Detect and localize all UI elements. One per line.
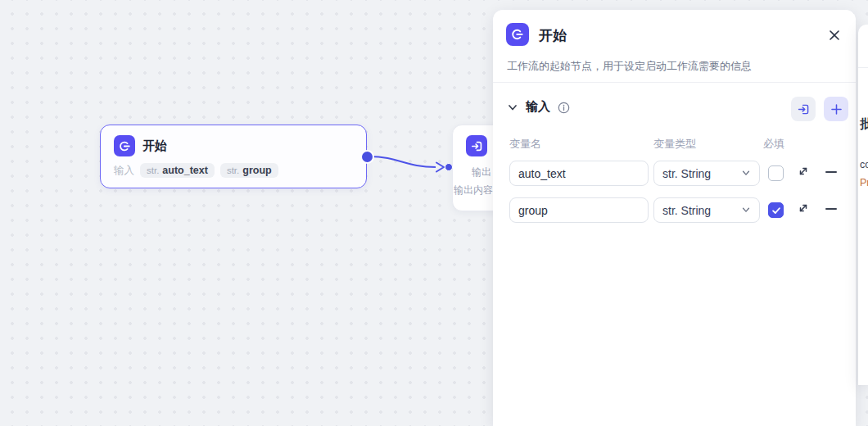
variable-name-input[interactable] [509,161,649,186]
output-node-field-label: 输出 [472,165,491,179]
clipped-text: co [860,159,868,170]
required-checkbox[interactable] [768,165,784,181]
close-icon[interactable] [826,27,843,43]
output-node-field-label: 输出内容 [454,184,493,197]
batch-import-button[interactable] [791,97,816,121]
panel-title: 开始 [539,25,567,48]
variable-name-input[interactable] [509,197,649,223]
add-variable-button[interactable] [824,97,848,121]
start-node-title: 开始 [142,138,167,154]
start-node[interactable]: 开始 输入 str.auto_text str.group [100,125,367,188]
remove-variable-icon[interactable] [825,202,839,216]
variable-tag: str.group [220,163,278,178]
variable-type-select[interactable]: str. String [653,197,760,223]
expand-icon[interactable] [797,202,811,216]
required-checkbox[interactable] [768,202,784,218]
clipped-text: Pr [860,177,868,188]
output-node-input-port[interactable] [445,163,453,171]
column-required: 必填 [763,137,784,152]
input-section-title: 输入 [526,99,550,115]
clipped-text: 批 [860,116,868,132]
chevron-down-icon [741,167,751,180]
panel-start-icon [506,23,529,46]
variable-row: str. String [493,161,856,186]
expand-icon[interactable] [797,165,811,179]
remove-variable-icon[interactable] [825,165,839,179]
column-variable-name: 变量名 [509,137,541,152]
variable-tag: str.auto_text [140,163,215,178]
chevron-down-icon [741,204,751,217]
workflow-editor: 输出 输出 输出内容 开始 输入 str.auto_text [0,0,868,426]
panel-description: 工作流的起始节点，用于设定启动工作流需要的信息 [507,59,752,74]
variable-row: str. String [493,197,856,223]
start-node-icon [114,135,135,156]
chevron-down-icon[interactable] [507,102,518,113]
start-node-config-panel: 开始 工作流的起始节点，用于设定启动工作流需要的信息 输入 [493,10,856,426]
header-divider [493,82,856,83]
start-node-output-port[interactable] [360,150,374,164]
clipped-right-panel: 批 co Pr [858,25,868,385]
info-icon[interactable] [558,102,570,114]
output-node-icon [466,135,487,156]
variable-type-select[interactable]: str. String [653,161,760,186]
start-node-input-label: 输入 [114,164,134,178]
column-variable-type: 变量类型 [653,137,696,152]
divider [858,67,868,68]
